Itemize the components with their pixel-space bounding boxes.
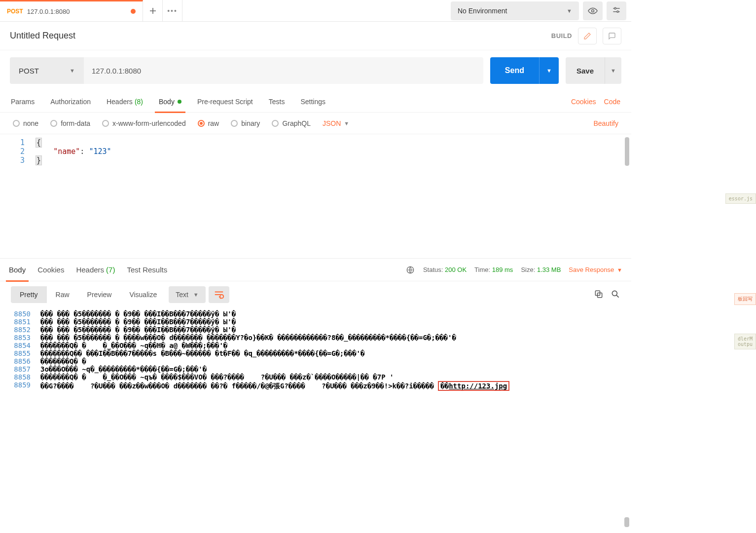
gutter-line: 8854: [0, 342, 40, 349]
tab-params[interactable]: Params: [11, 91, 35, 113]
comment-icon: [608, 32, 616, 40]
send-button[interactable]: Send ▼: [490, 57, 559, 84]
resp-tab-tests[interactable]: Test Results: [127, 259, 167, 281]
gutter-line: 3: [0, 156, 36, 165]
search-icon: [611, 289, 620, 299]
view-preview[interactable]: Preview: [78, 286, 121, 303]
response-line: ��� ��� �5������� � �9�� ���I��B���7����…: [40, 326, 236, 334]
view-pretty[interactable]: Pretty: [11, 286, 47, 303]
radio-icon: [272, 120, 279, 127]
tab-prerequest-script[interactable]: Pre-request Script: [197, 91, 253, 113]
beautify-button[interactable]: Beautify: [593, 119, 618, 127]
new-tab-button[interactable]: [143, 0, 163, 22]
response-highlight: ��http://123.jpg: [438, 381, 509, 391]
response-body[interactable]: 8850��� ��� �5������� � �9�� ���I��B���7…: [0, 308, 631, 396]
copy-icon: [594, 289, 604, 299]
search-response-button[interactable]: [611, 289, 620, 301]
response-format-label: Text: [176, 291, 188, 299]
copy-response-button[interactable]: [594, 289, 604, 301]
gutter-line: 2: [0, 147, 36, 156]
bodytype-form-data[interactable]: form-data: [50, 119, 90, 127]
settings-button[interactable]: [607, 1, 626, 20]
save-response-button[interactable]: Save Response ▼: [569, 266, 622, 273]
method-value: POST: [19, 67, 39, 75]
gutter-line: 8856: [0, 357, 40, 365]
network-info-button[interactable]: [405, 265, 415, 275]
tabs-overflow-button[interactable]: •••: [163, 0, 182, 22]
url-input[interactable]: 127.0.0.1:8080: [84, 57, 483, 84]
gutter-line: 8852: [0, 326, 40, 334]
side-text: outpu: [738, 342, 753, 347]
send-dropdown[interactable]: ▼: [539, 57, 559, 84]
method-select[interactable]: POST ▼: [10, 57, 84, 84]
response-scrollbar[interactable]: [624, 517, 629, 527]
wrap-icon: [214, 290, 224, 300]
cookies-link[interactable]: Cookies: [571, 98, 596, 106]
bodytype-formdata-label: form-data: [61, 119, 90, 127]
response-line: �������Q� � �_��O��� ~qъ� ����$���VO� ��…: [40, 373, 394, 381]
save-label: Save: [566, 67, 605, 75]
comments-button[interactable]: [603, 28, 621, 44]
time-label: Time: 189 ms: [474, 266, 513, 273]
title-row: Untitled Request BUILD: [0, 22, 631, 50]
response-line: ��� ��� �5������� � �9�� ���I��B���7����…: [40, 310, 236, 318]
radio-icon: [50, 120, 57, 127]
bodytype-binary[interactable]: binary: [231, 119, 260, 127]
wrap-lines-button[interactable]: [209, 286, 229, 303]
resp-tab-headers[interactable]: Headers (7): [76, 259, 115, 281]
radio-icon: [13, 120, 20, 127]
bodytype-none[interactable]: none: [13, 119, 38, 127]
raw-format-select[interactable]: JSON ▼: [323, 119, 349, 127]
chevron-down-icon: ▼: [546, 68, 552, 74]
gutter-line: 8858: [0, 373, 40, 381]
tabs-row: POST 127.0.0.1:8080 ••• No Environment ▼: [0, 0, 631, 22]
save-dropdown[interactable]: ▼: [605, 57, 621, 84]
view-raw[interactable]: Raw: [47, 286, 78, 303]
gutter-line: 1: [0, 138, 36, 147]
svg-line-10: [616, 295, 619, 298]
bodytype-binary-label: binary: [241, 119, 260, 127]
bodytype-urlencoded[interactable]: x-www-form-urlencoded: [102, 119, 186, 127]
bodytype-graphql[interactable]: GraphQL: [272, 119, 311, 127]
tab-headers[interactable]: Headers (8): [107, 91, 143, 113]
response-line: ��� ��� �5������� � �9�� ���I��B���7����…: [40, 318, 236, 326]
response-line: ��G?���� ?�U��� ���z��w���O� d������� ��…: [40, 381, 509, 391]
editor-scrollbar[interactable]: [625, 137, 629, 166]
environment-select[interactable]: No Environment ▼: [451, 1, 579, 20]
bodytype-raw[interactable]: raw: [198, 119, 219, 127]
response-line: 3o���O��� ~q�_���������*����{��=G�;���'�: [40, 365, 207, 373]
tab-settings[interactable]: Settings: [300, 91, 325, 113]
tab-method: POST: [7, 8, 23, 15]
raw-format-label: JSON: [323, 119, 341, 127]
gutter-line: 8855: [0, 349, 40, 357]
tab-authorization[interactable]: Authorization: [50, 91, 91, 113]
response-format-select[interactable]: Text ▼: [169, 286, 206, 303]
tab-body[interactable]: Body: [159, 91, 181, 113]
eye-icon: [588, 6, 598, 16]
code-link[interactable]: Code: [604, 98, 620, 106]
tab-title: 127.0.0.1:8080: [27, 8, 70, 15]
tab-tests[interactable]: Tests: [269, 91, 285, 113]
editor-line: "name": "123": [36, 147, 111, 156]
resp-tab-cookies[interactable]: Cookies: [37, 259, 64, 281]
url-row: POST ▼ 127.0.0.1:8080 Send ▼ Save ▼: [0, 50, 631, 91]
body-indicator-icon: [178, 100, 181, 104]
editor-line: {: [36, 138, 42, 147]
side-panel-fragment: 板回写: [734, 293, 756, 305]
view-visualize[interactable]: Visualize: [120, 286, 166, 303]
svg-point-2: [614, 7, 616, 9]
request-body-editor[interactable]: 1 { 2 "name": "123" 3 }: [0, 134, 631, 259]
gutter-line: 8859: [0, 381, 40, 391]
request-tabs: Params Authorization Headers (8) Body Pr…: [0, 91, 631, 113]
request-title[interactable]: Untitled Request: [10, 31, 75, 41]
headers-label: Headers: [107, 98, 133, 106]
chevron-down-icon: ▼: [617, 267, 622, 273]
response-line: �������Q� � �_��O��� ~q��H� a@ �W���;���…: [40, 342, 227, 349]
edit-button[interactable]: [578, 28, 597, 44]
save-button[interactable]: Save ▼: [566, 57, 621, 84]
request-tab[interactable]: POST 127.0.0.1:8080: [0, 0, 143, 22]
environment-quicklook-button[interactable]: [583, 1, 603, 20]
headers-count: (8): [135, 98, 143, 106]
resp-tab-body[interactable]: Body: [9, 259, 26, 281]
body-label: Body: [159, 98, 175, 106]
